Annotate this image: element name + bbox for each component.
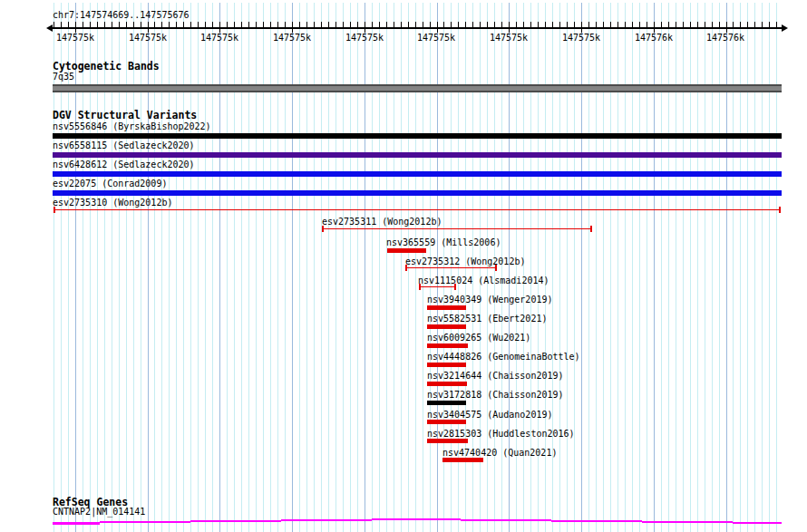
grid-minor-line xyxy=(112,3,112,532)
grid-minor-line xyxy=(705,3,705,532)
grid-minor-line xyxy=(190,3,191,532)
variant-label: nsv6558115 (Sedlazeck2020) xyxy=(53,140,195,150)
ruler-minor-tick xyxy=(762,22,763,28)
variant-span-line[interactable] xyxy=(322,228,592,229)
grid-minor-line xyxy=(241,3,242,532)
ruler-minor-tick xyxy=(776,22,777,28)
ruler-minor-tick xyxy=(625,22,626,28)
ruler-minor-tick xyxy=(747,22,748,28)
variant-span-start-bracket xyxy=(53,207,55,213)
grid-minor-line xyxy=(762,3,763,532)
ruler-minor-tick xyxy=(154,22,155,28)
ruler-minor-tick xyxy=(588,22,589,28)
gene-intron-segment xyxy=(642,521,733,523)
grid-major-line xyxy=(292,3,293,532)
grid-minor-line xyxy=(119,3,120,532)
ruler-major-tick xyxy=(581,22,582,33)
grid-minor-line xyxy=(350,3,351,532)
variant-bar[interactable] xyxy=(427,324,466,329)
grid-minor-line xyxy=(212,3,213,532)
ruler-minor-tick xyxy=(559,22,560,28)
variant-bar[interactable] xyxy=(427,420,466,424)
grid-minor-line xyxy=(83,3,83,532)
grid-minor-line xyxy=(321,3,322,532)
ruler-minor-tick xyxy=(372,22,373,28)
variant-bar[interactable] xyxy=(427,305,466,310)
variant-bar[interactable] xyxy=(427,343,468,348)
ruler-minor-tick xyxy=(248,22,249,28)
ruler-minor-tick xyxy=(487,22,488,28)
ruler-minor-tick xyxy=(133,22,134,28)
ruler-minor-tick xyxy=(176,22,177,28)
variant-span-line[interactable] xyxy=(419,286,456,287)
ruler-tick-label: 147575k xyxy=(197,33,242,43)
variant-label: esv2735310 (Wong2012b) xyxy=(53,198,172,208)
ruler-minor-tick xyxy=(480,22,481,28)
grid-minor-line xyxy=(198,3,199,532)
ruler-minor-tick xyxy=(676,22,676,28)
ruler-minor-tick xyxy=(705,22,705,28)
cytoband-bar[interactable] xyxy=(53,84,782,92)
variant-label: nsv3404575 (Audano2019) xyxy=(427,410,552,420)
variant-label: nsv5582531 (Ebert2021) xyxy=(427,314,547,324)
ruler-minor-tick xyxy=(386,22,387,28)
ruler-minor-tick xyxy=(472,22,473,28)
grid-minor-line xyxy=(401,3,402,532)
ruler-minor-tick xyxy=(183,22,184,28)
ruler-major-tick xyxy=(726,22,727,33)
ruler-major-tick xyxy=(292,22,293,33)
grid-minor-line xyxy=(661,3,662,532)
ruler-minor-tick xyxy=(350,22,351,28)
ruler-tick-label: 147575k xyxy=(486,33,531,43)
ruler-minor-tick xyxy=(61,22,62,28)
variant-span-line[interactable] xyxy=(405,267,497,268)
ruler-minor-tick xyxy=(501,22,502,28)
ruler-minor-tick xyxy=(661,22,662,28)
grid-major-line xyxy=(654,3,655,532)
grid-minor-line xyxy=(647,3,647,532)
ruler-minor-tick xyxy=(408,22,409,28)
variant-label: nsv6428612 (Sedlazeck2020) xyxy=(53,160,195,169)
variant-span-line[interactable] xyxy=(53,209,781,210)
ruler-minor-tick xyxy=(212,22,213,28)
ruler-minor-tick xyxy=(415,22,416,28)
ruler-major-tick xyxy=(437,22,438,33)
ruler-minor-tick xyxy=(97,22,98,28)
ruler-major-tick xyxy=(509,22,510,33)
grid-minor-line xyxy=(394,3,394,532)
variant-bar[interactable] xyxy=(53,190,782,196)
variant-bar[interactable] xyxy=(427,439,468,443)
variant-bar[interactable] xyxy=(442,458,483,462)
gene-intron-segment xyxy=(733,522,782,524)
gene-intron-segment xyxy=(281,519,372,521)
ruler-minor-tick xyxy=(465,22,466,28)
grid-minor-line xyxy=(747,3,748,532)
ruler-minor-tick xyxy=(104,22,105,28)
variant-bar[interactable] xyxy=(427,363,466,367)
grid-minor-line xyxy=(372,3,373,532)
ruler-minor-tick xyxy=(306,22,307,28)
ruler-minor-tick xyxy=(516,22,517,28)
variant-bar[interactable] xyxy=(53,133,782,139)
variant-bar[interactable] xyxy=(427,382,467,386)
ruler-minor-tick xyxy=(394,22,394,28)
variant-label: nsv5556846 (ByrskaBishop2022) xyxy=(53,121,211,131)
variant-bar[interactable] xyxy=(387,248,426,253)
variant-bar[interactable] xyxy=(427,401,466,405)
ruler-minor-tick xyxy=(538,22,539,28)
ruler-minor-tick xyxy=(328,22,329,28)
variant-bar[interactable] xyxy=(53,152,782,158)
ruler-left-arrow-icon xyxy=(46,24,53,32)
ruler-minor-tick xyxy=(719,22,720,28)
variant-bar[interactable] xyxy=(53,171,782,177)
grid-minor-line xyxy=(639,3,640,532)
grid-minor-line xyxy=(567,3,568,532)
grid-minor-line xyxy=(776,3,777,532)
variant-span-start-bracket xyxy=(419,284,421,290)
ruler-minor-tick xyxy=(190,22,191,28)
grid-minor-line xyxy=(314,3,315,532)
grid-minor-line xyxy=(154,3,155,532)
variant-label: nsv2815303 (Huddleston2016) xyxy=(427,429,575,439)
grid-minor-line xyxy=(335,3,336,532)
ruler-minor-tick xyxy=(343,22,344,28)
